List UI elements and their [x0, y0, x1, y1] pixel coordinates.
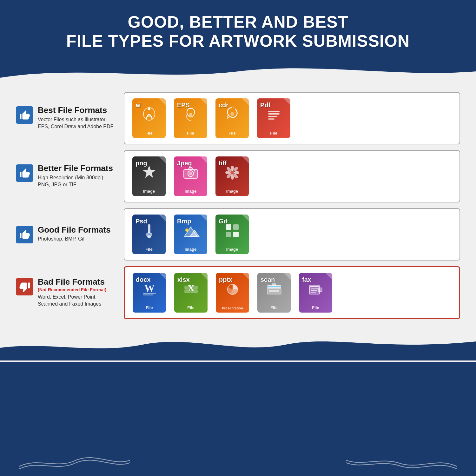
file-icon-scan: scan File: [256, 273, 292, 313]
file-shape-fax: fax File: [299, 273, 332, 313]
file-icon-gif: Gif Image: [214, 215, 250, 254]
good-label-area: Good File Formats Photoshop, BMP, Gif: [16, 225, 117, 243]
better-desc: High Resolution (Min 300dpi)PNG, JPG or …: [38, 174, 113, 188]
file-shape-png: png Image: [132, 156, 166, 196]
good-label-text: Good File Formats Photoshop, BMP, Gif: [38, 225, 111, 243]
svg-point-26: [147, 235, 151, 238]
svg-rect-32: [226, 232, 231, 237]
svg-rect-50: [311, 290, 317, 291]
better-title: Better File Formats: [38, 164, 113, 173]
file-shape-bmp: Bmp Image: [174, 215, 207, 254]
bad-thumbs-icon: [16, 278, 33, 295]
svg-point-11: [189, 172, 192, 175]
file-shape-jpeg: Jpeg Image: [174, 156, 207, 196]
svg-point-15: [231, 175, 234, 180]
file-shape-psd: Psd File: [132, 215, 166, 254]
file-shape-gif: Gif Image: [215, 215, 249, 254]
file-shape-scan: scan File: [257, 273, 291, 313]
best-desc: Vector Files such as Illustrator,EPS, Co…: [38, 116, 113, 130]
svg-rect-36: [143, 294, 153, 295]
svg-point-2: [189, 113, 192, 116]
file-shape-tiff: tiff: [215, 156, 249, 196]
file-icon-docx: docx W File: [131, 273, 168, 313]
svg-rect-39: [191, 286, 197, 289]
svg-point-3: [230, 112, 234, 116]
svg-rect-46: [272, 283, 276, 286]
file-shape-pdf: Pdf File: [257, 98, 290, 138]
svg-rect-45: [269, 290, 279, 292]
file-icon-psd: Psd File: [131, 215, 167, 254]
good-row: Good File Formats Photoshop, BMP, Gif Ps…: [16, 208, 460, 261]
content-area: Best File Formats Vector Files such as I…: [0, 83, 476, 329]
best-thumbs-icon: [16, 106, 33, 124]
better-label-area: Better File Formats High Resolution (Min…: [16, 164, 117, 188]
better-thumbs-icon: [16, 164, 33, 182]
wave-lines-right: [346, 454, 457, 470]
better-files-box: png Image Jpeg: [124, 150, 460, 202]
best-label-text: Best File Formats Vector Files such as I…: [38, 106, 113, 130]
bad-files-box: docx W File xlsx: [124, 266, 460, 319]
file-shape-docx: docx W File: [133, 273, 166, 313]
svg-rect-30: [226, 224, 231, 230]
file-icon-eps: EPS File: [172, 98, 209, 138]
svg-rect-40: [185, 290, 190, 293]
file-shape-xlsx: xlsx X File: [174, 273, 208, 313]
best-label-area: Best File Formats Vector Files such as I…: [16, 106, 117, 130]
svg-marker-8: [143, 166, 155, 178]
best-files-box: ai File: [124, 92, 460, 144]
svg-rect-23: [148, 224, 150, 233]
file-icon-bmp: Bmp Image: [172, 215, 209, 254]
footer: [0, 362, 476, 476]
wave-lines-left: [19, 454, 130, 470]
svg-point-29: [185, 228, 188, 232]
svg-rect-7: [268, 118, 274, 120]
wave-top: [0, 60, 476, 83]
better-row: Better File Formats High Resolution (Min…: [16, 150, 460, 202]
best-row: Best File Formats Vector Files such as I…: [16, 92, 460, 144]
file-shape-eps: EPS File: [174, 98, 207, 138]
svg-point-17: [234, 171, 239, 174]
file-icon-xlsx: xlsx X File: [173, 273, 209, 313]
good-thumbs-icon: [16, 226, 33, 243]
main-container: GOOD, BETTER AND BEST FILE TYPES FOR ART…: [0, 0, 476, 476]
file-icon-ai: ai File: [131, 98, 167, 138]
bad-subtitle: (Not Recommended File Format): [38, 287, 106, 292]
svg-point-22: [230, 171, 234, 175]
bad-row: Bad File Formats (Not Recommended File F…: [16, 266, 460, 319]
svg-rect-38: [185, 286, 190, 289]
svg-rect-25: [149, 233, 150, 236]
svg-point-12: [194, 170, 195, 171]
svg-rect-35: [143, 293, 156, 294]
bad-label-text: Bad File Formats (Not Recommended File F…: [38, 277, 106, 307]
good-files-box: Psd File: [124, 208, 460, 261]
file-icon-pptx: pptx Presentation: [214, 273, 251, 313]
svg-rect-4: [268, 111, 280, 112]
header: GOOD, BETTER AND BEST FILE TYPES FOR ART…: [0, 0, 476, 60]
file-shape-cdr: cdr File: [215, 98, 249, 138]
svg-rect-6: [268, 116, 277, 117]
svg-rect-31: [233, 224, 239, 230]
bottom-wave-area: [0, 329, 476, 362]
bad-title: Bad File Formats: [38, 277, 106, 287]
file-icon-tiff: tiff: [214, 156, 250, 196]
svg-rect-51: [311, 292, 316, 293]
file-icon-cdr: cdr File: [214, 98, 250, 138]
svg-text:W: W: [144, 282, 155, 294]
file-shape-ai: ai File: [132, 98, 166, 138]
svg-rect-41: [191, 290, 197, 293]
svg-point-16: [225, 171, 230, 174]
file-icon-fax: fax File: [297, 273, 334, 313]
header-title: GOOD, BETTER AND BEST FILE TYPES FOR ART…: [19, 13, 457, 51]
bad-desc: Word, Excel, Power Point,Scanned and Fax…: [38, 294, 106, 308]
svg-rect-33: [233, 232, 239, 237]
svg-rect-49: [311, 288, 318, 289]
good-desc: Photoshop, BMP, Gif: [38, 235, 111, 242]
pen-icon-ai: [140, 105, 159, 124]
bad-label-area: Bad File Formats (Not Recommended File F…: [16, 277, 117, 307]
svg-rect-53: [318, 288, 322, 292]
svg-rect-5: [268, 113, 280, 115]
svg-point-14: [231, 166, 234, 171]
file-icon-pdf: Pdf File: [255, 98, 292, 138]
file-icon-png: png Image: [131, 156, 167, 196]
better-label-text: Better File Formats High Resolution (Min…: [38, 164, 113, 188]
